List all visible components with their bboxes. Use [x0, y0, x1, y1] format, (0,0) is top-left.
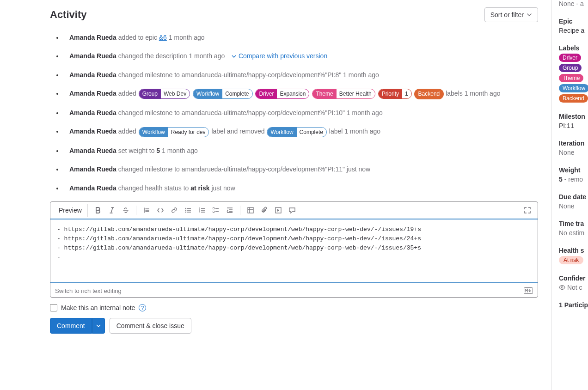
chevron-down-icon — [527, 12, 532, 18]
activity-item: Amanda Rueda changed milestone to amanda… — [50, 108, 538, 118]
activity-item: Amanda Rueda added GroupWeb Dev Workflow… — [50, 88, 538, 99]
strikethrough-icon[interactable] — [119, 204, 132, 217]
epic-link[interactable]: &6 — [159, 34, 167, 41]
attachment-icon[interactable] — [258, 204, 271, 217]
details-icon[interactable] — [272, 204, 285, 217]
task-list-icon[interactable] — [209, 204, 222, 217]
weight-title: Weight — [559, 166, 588, 174]
label-pill[interactable]: ThemeBetter Health — [312, 89, 375, 99]
quote-icon[interactable] — [140, 204, 153, 217]
assignees-value: None - a — [559, 0, 588, 7]
health-status-title: Health s — [559, 247, 588, 254]
code-icon[interactable] — [154, 204, 167, 217]
svg-text:3: 3 — [199, 211, 200, 213]
comment-dropdown-button[interactable] — [92, 318, 105, 334]
sort-filter-button[interactable]: Sort or filter — [484, 7, 538, 22]
participants-title: 1 Particip — [559, 301, 588, 309]
comment-editor: Preview 123 Switch to rich text editing — [50, 201, 538, 298]
svg-point-2 — [185, 212, 186, 213]
table-icon[interactable] — [244, 204, 257, 217]
sidebar-label[interactable]: Backend — [559, 94, 588, 103]
label-pill[interactable]: Priority1 — [378, 89, 412, 99]
link-icon[interactable] — [168, 204, 181, 217]
activity-heading: Activity — [50, 9, 86, 21]
sidebar-label[interactable]: Driver — [559, 54, 581, 62]
activity-item: Amanda Rueda changed milestone to amanda… — [50, 70, 538, 80]
label-pill[interactable]: DriverExpansion — [255, 89, 309, 99]
internal-note-row: Make this an internal note ? — [50, 304, 538, 311]
sidebar-label[interactable]: Group — [559, 64, 582, 72]
sidebar-label[interactable]: Theme — [559, 74, 583, 82]
activity-item: Amanda Rueda added WorkflowReady for dev… — [50, 126, 538, 137]
internal-note-label: Make this an internal note — [61, 304, 135, 311]
time-tracking-title: Time tra — [559, 220, 588, 227]
comment-button[interactable]: Comment — [50, 318, 92, 334]
activity-item: Amanda Rueda changed milestone to amanda… — [50, 164, 538, 174]
activity-item: Amanda Rueda set weight to 5 1 month ago — [50, 146, 538, 156]
epic-value: Recipe a — [559, 27, 588, 34]
bold-icon[interactable] — [92, 204, 104, 217]
activity-item: Amanda Rueda added to epic &6 1 month ag… — [50, 32, 538, 43]
activity-list: Amanda Rueda added to epic &6 1 month ag… — [50, 32, 538, 193]
weight-value: 5 - remo — [559, 176, 588, 183]
milestone-title: Mileston — [559, 113, 588, 120]
italic-icon[interactable] — [105, 204, 118, 217]
epic-title: Epic — [559, 18, 588, 25]
svg-point-11 — [561, 286, 563, 288]
sort-filter-label: Sort or filter — [490, 11, 524, 18]
health-status-badge: At risk — [559, 256, 583, 264]
svg-point-0 — [185, 208, 186, 209]
label-pill[interactable]: WorkflowComplete — [267, 127, 326, 137]
right-sidebar: None - a Epic Recipe a Labels DriverGrou… — [551, 0, 588, 390]
main-content: Activity Sort or filter Amanda Rueda add… — [0, 0, 551, 390]
due-date-value: None — [559, 202, 588, 210]
label-pill[interactable]: WorkflowComplete — [193, 89, 252, 99]
due-date-title: Due date — [559, 193, 588, 201]
labels-title: Labels — [559, 44, 588, 52]
iteration-value: None — [559, 149, 588, 156]
time-tracking-value: No estim — [559, 229, 588, 237]
iteration-title: Iteration — [559, 140, 588, 147]
label-pill[interactable]: Backend — [414, 89, 444, 99]
help-icon[interactable]: ? — [139, 304, 146, 311]
label-pill[interactable]: GroupWeb Dev — [139, 89, 190, 99]
activity-item: Amanda Rueda changed the description 1 m… — [50, 51, 538, 61]
confidentiality-value: Not c — [559, 284, 588, 291]
comment-textarea[interactable] — [50, 219, 538, 283]
bullet-list-icon[interactable] — [182, 204, 195, 217]
internal-note-checkbox[interactable] — [50, 304, 57, 311]
fullscreen-icon[interactable] — [521, 204, 534, 217]
milestone-value: PI:11 — [559, 122, 588, 129]
compare-link[interactable]: Compare with previous version — [231, 52, 327, 60]
activity-item: Amanda Rueda changed health status to at… — [50, 183, 538, 193]
numbered-list-icon[interactable]: 123 — [196, 204, 208, 217]
switch-rich-text-link[interactable]: Switch to rich text editing — [55, 287, 122, 294]
comment-close-button[interactable]: Comment & close issue — [110, 318, 191, 334]
svg-point-1 — [185, 210, 186, 211]
svg-rect-7 — [213, 211, 214, 212]
sidebar-label[interactable]: Workflow — [559, 84, 588, 92]
label-pill[interactable]: WorkflowReady for dev — [139, 127, 209, 137]
comment-template-icon[interactable] — [286, 204, 299, 217]
indent-icon[interactable] — [223, 204, 236, 217]
svg-rect-6 — [213, 207, 214, 209]
svg-rect-8 — [248, 207, 253, 213]
markdown-icon[interactable] — [524, 287, 533, 294]
preview-button[interactable]: Preview — [54, 204, 88, 217]
editor-toolbar: Preview 123 — [50, 202, 538, 219]
confidentiality-title: Confider — [559, 274, 588, 282]
